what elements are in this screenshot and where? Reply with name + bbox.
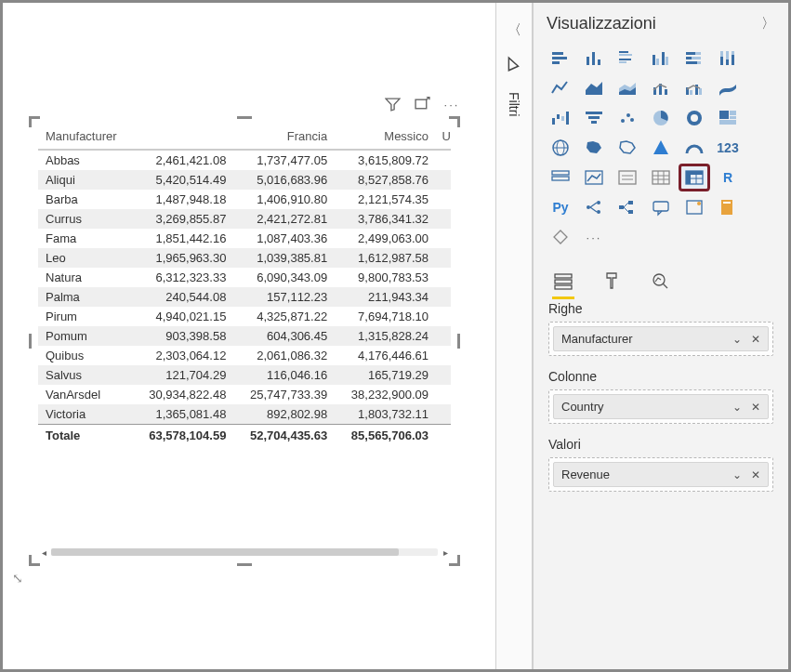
focus-mode-icon[interactable]	[414, 96, 430, 112]
field-pill-country[interactable]: Country ⌄✕	[553, 394, 769, 419]
resize-handle[interactable]	[237, 116, 252, 119]
col-header[interactable]: Messico	[335, 124, 436, 150]
table-row[interactable]: Victoria1,365,081.48892,802.981,803,732.…	[38, 404, 451, 425]
ribbon-chart-icon[interactable]	[714, 76, 742, 100]
col-header[interactable]: U	[436, 124, 451, 150]
stacked-area-icon[interactable]	[613, 76, 641, 100]
resize-handle[interactable]	[457, 334, 460, 349]
table-row[interactable]: Barba1,487,948.181,406,910.802,121,574.3…	[38, 190, 451, 209]
donut-chart-icon[interactable]	[680, 106, 708, 130]
multi-row-card-icon[interactable]	[547, 165, 574, 190]
python-visual-icon[interactable]: Py	[547, 195, 574, 219]
matrix-icon[interactable]	[680, 165, 708, 190]
resize-diagonal-icon[interactable]: ⤡	[12, 571, 23, 586]
resize-handle[interactable]	[449, 116, 460, 127]
clustered-column-icon[interactable]	[647, 46, 675, 71]
remove-icon[interactable]: ✕	[751, 468, 760, 481]
svg-rect-2	[552, 57, 567, 59]
clustered-bar-icon[interactable]	[613, 46, 641, 71]
key-influencers-icon[interactable]	[580, 195, 608, 219]
smart-narrative-icon[interactable]	[680, 195, 708, 219]
stacked-column-100-icon[interactable]	[714, 46, 742, 71]
svg-rect-89	[555, 280, 572, 283]
matrix-visual[interactable]: Manufacturer Francia Messico U Abbas2,46…	[31, 118, 458, 564]
remove-icon[interactable]: ✕	[751, 401, 760, 414]
resize-handle[interactable]	[29, 116, 40, 127]
table-row[interactable]: Palma240,544.08157,112.23211,943.34	[38, 287, 451, 307]
table-row[interactable]: Abbas2,461,421.081,737,477.053,615,809.7…	[38, 150, 451, 170]
waterfall-icon[interactable]	[547, 106, 574, 130]
field-pill-manufacturer[interactable]: Manufacturer ⌄✕	[553, 326, 769, 351]
power-apps-icon[interactable]	[547, 225, 574, 249]
col-header[interactable]: Francia	[233, 124, 335, 150]
treemap-icon[interactable]	[714, 106, 742, 130]
kpi-icon[interactable]	[580, 165, 608, 190]
stacked-bar-icon[interactable]	[547, 46, 574, 71]
field-pill-revenue[interactable]: Revenue ⌄✕	[553, 462, 769, 487]
svg-rect-80	[628, 210, 633, 214]
scrollbar-track[interactable]	[51, 548, 438, 556]
table-row[interactable]: Quibus2,303,064.122,061,086.324,176,446.…	[38, 346, 451, 365]
combo-stacked-icon[interactable]	[647, 76, 675, 100]
table-row[interactable]: Fama1,851,442.161,087,403.362,499,063.00	[38, 229, 451, 248]
table-row[interactable]: VanArsdel30,934,822.4825,747,733.3938,23…	[38, 385, 451, 404]
area-chart-icon[interactable]	[580, 76, 608, 100]
table-row[interactable]: Pirum4,940,021.154,325,871.227,694,718.1…	[38, 307, 451, 326]
qa-visual-icon[interactable]	[647, 195, 675, 219]
card-icon[interactable]: 123	[714, 136, 742, 160]
svg-marker-27	[586, 82, 602, 95]
remove-icon[interactable]: ✕	[751, 333, 760, 346]
scroll-left-icon[interactable]: ◂	[38, 547, 49, 558]
horizontal-scrollbar[interactable]: ◂ ▸	[38, 546, 451, 559]
slicer-icon[interactable]	[613, 165, 641, 190]
stacked-bar-100-icon[interactable]	[680, 46, 708, 71]
col-header[interactable]	[133, 124, 234, 150]
rows-well[interactable]: Manufacturer ⌄✕	[548, 322, 773, 356]
azure-map-icon[interactable]	[647, 136, 675, 160]
line-chart-icon[interactable]	[547, 76, 574, 100]
resize-handle[interactable]	[29, 334, 32, 349]
chevron-down-icon[interactable]: ⌄	[732, 401, 742, 414]
get-more-visuals-icon[interactable]: ···	[580, 225, 608, 249]
total-cell: 85,565,706.03	[335, 425, 436, 447]
paginated-report-icon[interactable]	[714, 195, 742, 219]
fields-tab-icon[interactable]	[550, 268, 576, 294]
filter-icon[interactable]	[384, 96, 401, 112]
decomposition-tree-icon[interactable]	[613, 195, 641, 219]
collapse-chevron-icon[interactable]: 〈	[508, 21, 521, 39]
format-tab-icon[interactable]	[599, 268, 625, 294]
table-row[interactable]: Leo1,965,963.301,039,385.811,612,987.58	[38, 248, 451, 268]
map-icon[interactable]	[547, 136, 574, 160]
columns-well[interactable]: Country ⌄✕	[548, 389, 773, 424]
filters-tab-label[interactable]: Filtri	[507, 92, 521, 116]
pie-chart-icon[interactable]	[647, 106, 675, 130]
funnel-chart-icon[interactable]	[580, 106, 608, 130]
col-header[interactable]: Manufacturer	[38, 124, 133, 150]
combo-clustered-icon[interactable]	[680, 76, 708, 100]
values-well[interactable]: Revenue ⌄✕	[548, 457, 773, 492]
table-icon[interactable]	[647, 165, 675, 190]
scrollbar-thumb[interactable]	[51, 548, 399, 556]
scroll-right-icon[interactable]: ▸	[440, 547, 451, 558]
svg-rect-51	[730, 111, 736, 115]
shape-map-icon[interactable]	[613, 136, 641, 160]
chevron-down-icon[interactable]: ⌄	[732, 333, 742, 346]
table-row[interactable]: Salvus121,704.29116,046.16165,719.29	[38, 365, 451, 385]
table-row[interactable]: Aliqui5,420,514.495,016,683.968,527,858.…	[38, 170, 451, 190]
filters-tab-icon[interactable]	[506, 56, 522, 75]
analytics-tab-icon[interactable]	[647, 268, 673, 294]
resize-handle[interactable]	[237, 563, 252, 566]
pill-label: Manufacturer	[561, 332, 633, 346]
stacked-column-icon[interactable]	[580, 46, 608, 71]
scatter-chart-icon[interactable]	[613, 106, 641, 130]
report-canvas[interactable]: ··· Manufacturer Francia Messico	[3, 3, 495, 669]
table-row[interactable]: Natura6,312,323.336,090,343.099,800,783.…	[38, 268, 451, 287]
chevron-down-icon[interactable]: ⌄	[732, 468, 742, 481]
table-row[interactable]: Currus3,269,855.872,421,272.813,786,341.…	[38, 209, 451, 229]
r-visual-icon[interactable]: R	[714, 165, 742, 190]
expand-chevron-icon[interactable]: 〉	[761, 15, 775, 33]
table-row[interactable]: Pomum903,398.58604,306.451,315,828.24	[38, 326, 451, 346]
gauge-icon[interactable]	[680, 136, 708, 160]
more-options-icon[interactable]: ···	[443, 96, 460, 112]
filled-map-icon[interactable]	[580, 136, 608, 160]
